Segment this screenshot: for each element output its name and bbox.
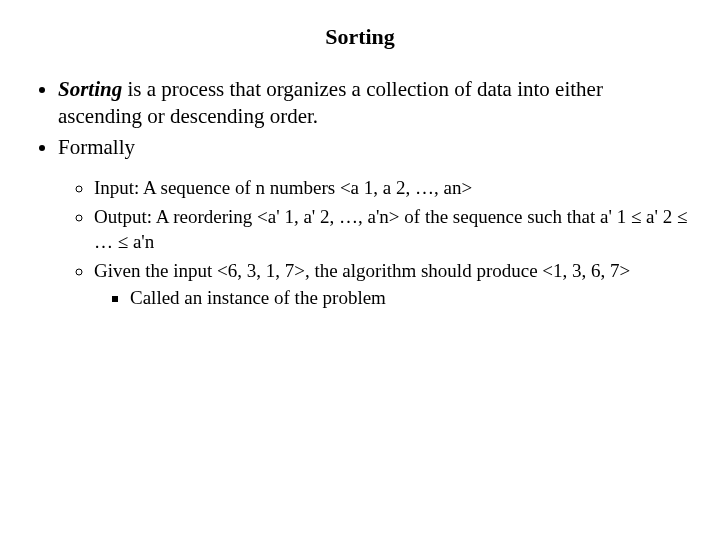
slide: Sorting Sorting is a process that organi… — [0, 0, 720, 540]
example-text: Given the input <6, 3, 1, 7>, the algori… — [94, 260, 630, 281]
l2-item-output: Output: A reordering <a' 1, a' 2, …, a'n… — [94, 204, 690, 254]
l2-item-example: Given the input <6, 3, 1, 7>, the algori… — [94, 258, 690, 310]
term-sorting: Sorting — [58, 77, 122, 101]
l2-item-input: Input: A sequence of n numbers <a 1, a 2… — [94, 175, 690, 200]
l1-item-definition: Sorting is a process that organizes a co… — [58, 76, 690, 130]
bullet-list-level2: Input: A sequence of n numbers <a 1, a 2… — [58, 175, 690, 310]
l3-item-instance: Called an instance of the problem — [130, 285, 690, 310]
l1-item-formally: Formally — [58, 134, 690, 161]
slide-title: Sorting — [30, 24, 690, 50]
bullet-list-level1: Sorting is a process that organizes a co… — [30, 76, 690, 310]
bullet-list-level3: Called an instance of the problem — [94, 285, 690, 310]
definition-text: is a process that organizes a collection… — [58, 77, 603, 128]
